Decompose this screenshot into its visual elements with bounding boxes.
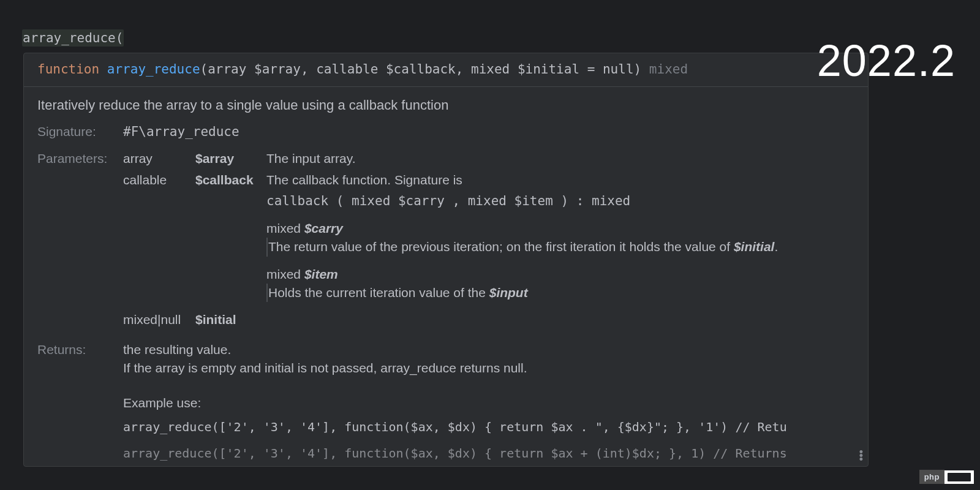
param-type: array bbox=[123, 149, 195, 168]
status-widget-icon[interactable] bbox=[944, 470, 974, 484]
signature-params: (array $array, callable $callback, mixed… bbox=[200, 62, 642, 77]
version-watermark: 2022.2 bbox=[817, 36, 956, 86]
typed-function-call: array_reduce( bbox=[22, 29, 124, 47]
example-label: Example use: bbox=[37, 394, 854, 412]
param-row: array $array The input array. bbox=[123, 149, 854, 168]
example-code: array_reduce(['2', '3', '4'], function($… bbox=[37, 418, 854, 436]
subparam-type: mixed bbox=[266, 267, 301, 281]
returns-line: the resulting value. bbox=[123, 341, 854, 359]
keyword-function: function bbox=[37, 62, 99, 77]
callback-subparam: mixed $item Holds the current iteration … bbox=[266, 265, 854, 303]
param-desc-text: The callback function. Signature is bbox=[266, 173, 462, 187]
editor-code-line[interactable]: array_reduce( bbox=[6, 27, 140, 49]
status-bar: php bbox=[919, 470, 974, 484]
subparam-type: mixed bbox=[266, 221, 301, 235]
subparam-name: $item bbox=[304, 267, 338, 281]
subparam-desc: The return value of the previous iterati… bbox=[268, 239, 734, 254]
subparam-desc: Holds the current iteration value of the bbox=[268, 285, 489, 300]
subparam-desc-post: . bbox=[774, 239, 778, 254]
param-type: callable bbox=[123, 171, 195, 189]
subparam-em: $initial bbox=[734, 239, 775, 254]
param-name: $array bbox=[195, 149, 266, 168]
param-name: $callback bbox=[195, 171, 266, 189]
example-code: array_reduce(['2', '3', '4'], function($… bbox=[37, 445, 854, 462]
param-desc: The callback function. Signature is call… bbox=[266, 171, 854, 303]
returns-label: Returns: bbox=[37, 341, 123, 359]
returns-line: If the array is empty and initial is not… bbox=[123, 359, 854, 377]
documentation-popup[interactable]: function array_reduce(array $array, call… bbox=[23, 53, 869, 467]
callback-signature: callback ( mixed $carry , mixed $item ) … bbox=[266, 192, 854, 210]
param-desc: The input array. bbox=[266, 149, 854, 168]
signature-return-type: mixed bbox=[649, 62, 688, 77]
parameters-label: Parameters: bbox=[37, 149, 123, 168]
subparam-name: $carry bbox=[304, 221, 343, 235]
signature-value: #F\array_reduce bbox=[123, 123, 239, 141]
param-row: mixed|null $initial bbox=[123, 311, 854, 329]
signature-header: function array_reduce(array $array, call… bbox=[24, 53, 868, 87]
doc-summary: Iteratively reduce the array to a single… bbox=[37, 96, 854, 115]
param-row: callable $callback The callback function… bbox=[123, 171, 854, 303]
callback-subparam: mixed $carry The return value of the pre… bbox=[266, 219, 854, 257]
signature-label: Signature: bbox=[37, 123, 123, 141]
subparam-em: $input bbox=[489, 285, 528, 300]
php-language-badge[interactable]: php bbox=[919, 470, 944, 484]
param-type: mixed|null bbox=[123, 311, 195, 329]
param-name: $initial bbox=[195, 311, 266, 329]
function-name: array_reduce bbox=[107, 62, 200, 77]
more-options-icon[interactable]: ••• bbox=[859, 450, 863, 461]
documentation-body: Iteratively reduce the array to a single… bbox=[24, 87, 868, 467]
